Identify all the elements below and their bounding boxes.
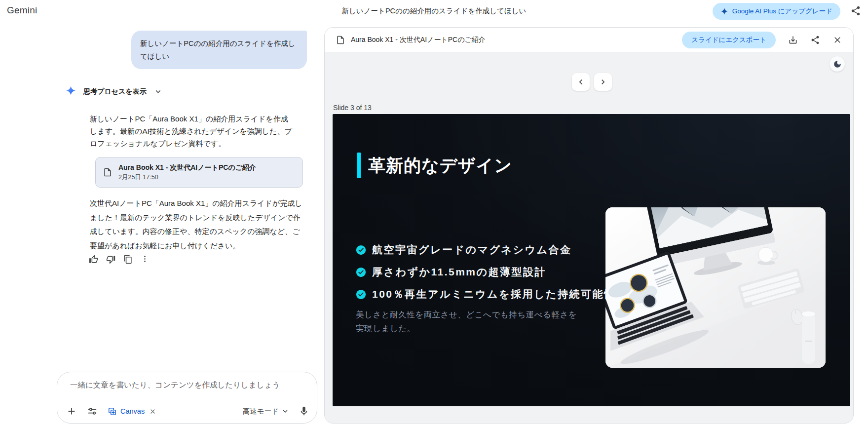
tune-icon[interactable] [87, 406, 98, 417]
canvas-chip-label: Canvas [120, 407, 145, 415]
mode-label: 高速モード [243, 407, 279, 416]
speaker [802, 311, 815, 364]
more-vert-icon[interactable] [141, 255, 149, 264]
moon-icon [833, 60, 842, 69]
thumb-down-icon[interactable] [106, 255, 115, 264]
prev-slide-button[interactable] [572, 73, 590, 91]
slide-bullet-text: 航空宇宙グレードのマグネシウム合金 [372, 243, 571, 257]
plus-icon[interactable] [66, 406, 77, 417]
slide-title-block: 革新的なデザイン [357, 153, 512, 178]
slide-bullet: 厚さわずか11.5mmの超薄型設計 [356, 266, 615, 278]
bullet-list: 航空宇宙グレードのマグネシウム合金 厚さわずか11.5mmの超薄型設計 100％… [356, 243, 615, 301]
upgrade-button[interactable]: Google AI Plus にアップグレード [713, 3, 840, 20]
slide-title: 革新的なデザイン [368, 154, 512, 177]
thinking-label: 思考プロセスを表示 [83, 87, 147, 96]
canvas-panel: Aura Book X1 - 次世代AIノートPCのご紹介 スライドにエクスポー… [324, 27, 854, 424]
artifact-meta: Aura Book X1 - 次世代AIノートPCのご紹介 2月25日 17:5… [118, 163, 256, 182]
canvas-chip[interactable]: Canvas [108, 407, 156, 416]
slide-bullet: 航空宇宙グレードのマグネシウム合金 [356, 243, 615, 256]
response-outro: 次世代AIノートPC「Aura Book X1」の紹介用スライドが完成しました！… [90, 196, 305, 253]
response-intro: 新しいノートPC「Aura Book X1」の紹介用スライドを作成します。最新の… [90, 113, 293, 150]
canvas-header-actions: スライドにエクスポート [682, 32, 842, 48]
slide-caption: 美しさと耐久性を両立させ、どこへでも持ち運べる軽さを実現しました。 [356, 308, 580, 335]
chevron-right-icon [598, 77, 608, 87]
chevron-left-icon [576, 77, 586, 87]
chevron-down-icon [281, 407, 290, 416]
slide-bullet-text: 100％再生アルミニウムを採用した持続可能性 [372, 287, 615, 301]
share-icon[interactable] [850, 5, 861, 16]
desk-scene-illustration [605, 207, 826, 368]
check-circle-icon [356, 245, 366, 255]
artifact-card[interactable]: Aura Book X1 - 次世代AIノートPCのご紹介 2月25日 17:5… [95, 157, 303, 188]
message-input[interactable] [69, 380, 298, 390]
artifact-timestamp: 2月25日 17:50 [118, 173, 256, 182]
thinking-toggle[interactable]: 思考プロセスを表示 [65, 85, 163, 98]
close-icon[interactable] [149, 408, 156, 415]
close-icon[interactable] [832, 35, 842, 45]
slide-counter: Slide 3 of 13 [333, 104, 372, 112]
canvas-doc-title: Aura Book X1 - 次世代AIノートPCのご紹介 [351, 36, 486, 44]
slide-accent-bar [357, 153, 361, 178]
document-icon [103, 167, 113, 177]
chevron-down-icon [153, 87, 163, 96]
top-bar: Gemini 新しいノートPCのの紹介用のスライドを作成してほしい Google… [0, 0, 868, 22]
mic-icon[interactable] [299, 406, 309, 417]
next-slide-button[interactable] [594, 73, 612, 91]
slide-bullet-text: 厚さわずか11.5mmの超薄型設計 [372, 265, 546, 279]
upgrade-label: Google AI Plus にアップグレード [732, 7, 832, 16]
mode-selector[interactable]: 高速モード [243, 407, 290, 416]
composer-toolbar: Canvas 高速モード [66, 406, 309, 417]
composer: Canvas 高速モード [57, 372, 317, 424]
gemini-app: Gemini 新しいノートPCのの紹介用のスライドを作成してほしい Google… [0, 0, 868, 427]
export-button[interactable]: スライドにエクスポート [682, 32, 776, 48]
document-icon [336, 35, 345, 45]
sparkle-icon [720, 7, 728, 15]
check-circle-icon [356, 267, 366, 277]
canvas-icon [108, 407, 117, 416]
share-icon[interactable] [810, 35, 820, 45]
download-icon[interactable] [788, 35, 798, 45]
slide: 革新的なデザイン 航空宇宙グレードのマグネシウム合金 厚さわずか11.5mmの超… [333, 114, 850, 406]
check-circle-icon [356, 289, 366, 300]
feedback-toolbar [89, 255, 149, 264]
thumb-up-icon[interactable] [89, 255, 98, 264]
canvas-header: Aura Book X1 - 次世代AIノートPCのご紹介 スライドにエクスポー… [325, 28, 853, 52]
dark-mode-toggle[interactable] [830, 56, 845, 72]
artifact-title: Aura Book X1 - 次世代AIノートPCのご紹介 [118, 163, 256, 172]
gemini-sparkle-icon [65, 85, 76, 98]
copy-icon[interactable] [123, 255, 133, 264]
slide-bullet: 100％再生アルミニウムを採用した持続可能性 [356, 288, 615, 301]
user-message-bubble: 新しいノートPCのの紹介用のスライドを作成してほしい [131, 31, 307, 69]
product-photo [605, 207, 826, 368]
